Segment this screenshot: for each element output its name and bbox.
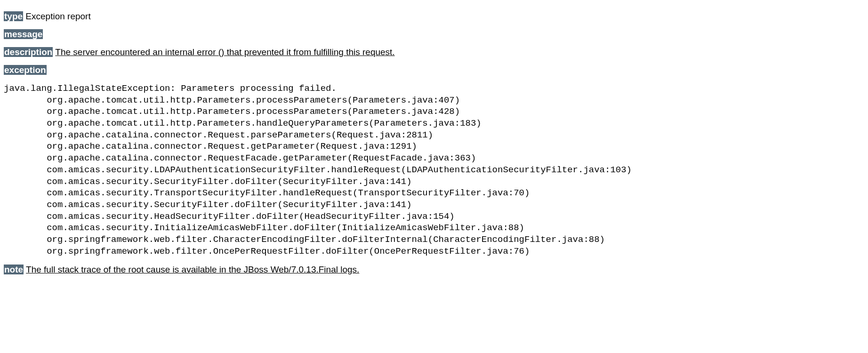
description-section: description The server encountered an in… bbox=[4, 47, 868, 57]
message-section: message bbox=[4, 29, 868, 40]
note-label: note bbox=[4, 265, 24, 274]
note-section: note The full stack trace of the root ca… bbox=[4, 265, 868, 275]
note-value: The full stack trace of the root cause i… bbox=[26, 265, 359, 274]
exception-label: exception bbox=[4, 65, 47, 75]
exception-section: exception bbox=[4, 65, 868, 75]
type-section: type Exception report bbox=[4, 11, 868, 22]
description-value: The server encountered an internal error… bbox=[55, 47, 394, 57]
type-value: Exception report bbox=[25, 11, 90, 21]
description-label: description bbox=[4, 47, 53, 57]
type-label: type bbox=[4, 11, 23, 21]
stacktrace: java.lang.IllegalStateException: Paramet… bbox=[4, 83, 868, 257]
message-label: message bbox=[4, 29, 43, 39]
